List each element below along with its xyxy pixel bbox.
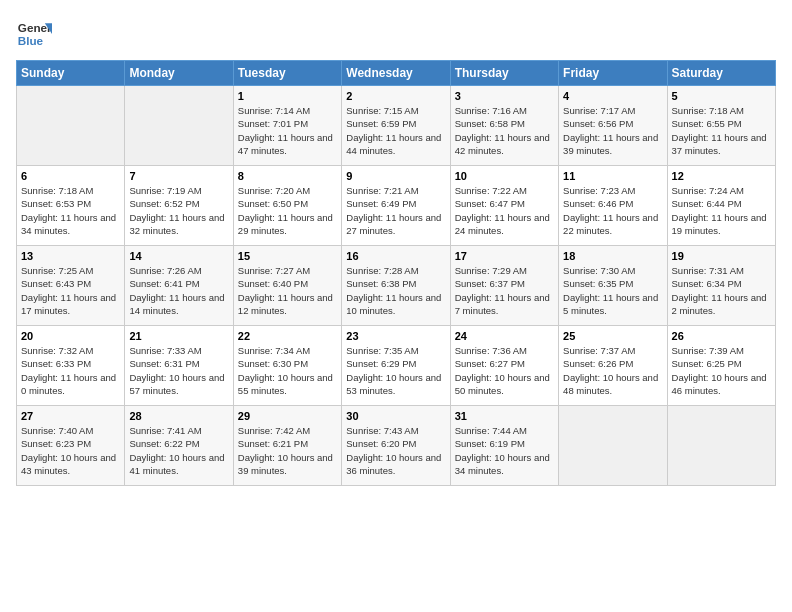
sunset-label: Sunset: 6:20 PM [346,438,416,449]
day-number: 12 [672,170,771,182]
calendar-cell: 12 Sunrise: 7:24 AM Sunset: 6:44 PM Dayl… [667,166,775,246]
calendar-cell: 3 Sunrise: 7:16 AM Sunset: 6:58 PM Dayli… [450,86,558,166]
day-info: Sunrise: 7:25 AM Sunset: 6:43 PM Dayligh… [21,264,120,317]
sunrise-label: Sunrise: 7:18 AM [21,185,93,196]
daylight-label: Daylight: 11 hours and 0 minutes. [21,372,116,396]
sunset-label: Sunset: 6:37 PM [455,278,525,289]
day-info: Sunrise: 7:33 AM Sunset: 6:31 PM Dayligh… [129,344,228,397]
calendar-cell: 4 Sunrise: 7:17 AM Sunset: 6:56 PM Dayli… [559,86,667,166]
sunrise-label: Sunrise: 7:21 AM [346,185,418,196]
svg-text:General: General [18,21,52,34]
daylight-label: Daylight: 11 hours and 22 minutes. [563,212,658,236]
sunset-label: Sunset: 6:49 PM [346,198,416,209]
day-number: 2 [346,90,445,102]
sunrise-label: Sunrise: 7:31 AM [672,265,744,276]
day-number: 29 [238,410,337,422]
daylight-label: Daylight: 11 hours and 37 minutes. [672,132,767,156]
day-number: 18 [563,250,662,262]
day-number: 22 [238,330,337,342]
day-number: 16 [346,250,445,262]
calendar-cell: 26 Sunrise: 7:39 AM Sunset: 6:25 PM Dayl… [667,326,775,406]
day-info: Sunrise: 7:35 AM Sunset: 6:29 PM Dayligh… [346,344,445,397]
sunset-label: Sunset: 6:50 PM [238,198,308,209]
daylight-label: Daylight: 10 hours and 39 minutes. [238,452,333,476]
calendar-cell: 10 Sunrise: 7:22 AM Sunset: 6:47 PM Dayl… [450,166,558,246]
sunset-label: Sunset: 6:31 PM [129,358,199,369]
sunrise-label: Sunrise: 7:37 AM [563,345,635,356]
sunset-label: Sunset: 6:25 PM [672,358,742,369]
sunrise-label: Sunrise: 7:22 AM [455,185,527,196]
sunset-label: Sunset: 6:35 PM [563,278,633,289]
day-info: Sunrise: 7:28 AM Sunset: 6:38 PM Dayligh… [346,264,445,317]
calendar-cell: 18 Sunrise: 7:30 AM Sunset: 6:35 PM Dayl… [559,246,667,326]
day-number: 26 [672,330,771,342]
sunrise-label: Sunrise: 7:35 AM [346,345,418,356]
day-header-tuesday: Tuesday [233,61,341,86]
day-info: Sunrise: 7:42 AM Sunset: 6:21 PM Dayligh… [238,424,337,477]
week-row-5: 27 Sunrise: 7:40 AM Sunset: 6:23 PM Dayl… [17,406,776,486]
week-row-2: 6 Sunrise: 7:18 AM Sunset: 6:53 PM Dayli… [17,166,776,246]
day-info: Sunrise: 7:18 AM Sunset: 6:55 PM Dayligh… [672,104,771,157]
day-number: 15 [238,250,337,262]
sunset-label: Sunset: 6:44 PM [672,198,742,209]
day-header-saturday: Saturday [667,61,775,86]
week-row-1: 1 Sunrise: 7:14 AM Sunset: 7:01 PM Dayli… [17,86,776,166]
calendar-cell: 1 Sunrise: 7:14 AM Sunset: 7:01 PM Dayli… [233,86,341,166]
sunrise-label: Sunrise: 7:20 AM [238,185,310,196]
day-info: Sunrise: 7:40 AM Sunset: 6:23 PM Dayligh… [21,424,120,477]
sunset-label: Sunset: 6:21 PM [238,438,308,449]
sunset-label: Sunset: 6:47 PM [455,198,525,209]
week-row-3: 13 Sunrise: 7:25 AM Sunset: 6:43 PM Dayl… [17,246,776,326]
day-info: Sunrise: 7:21 AM Sunset: 6:49 PM Dayligh… [346,184,445,237]
sunset-label: Sunset: 6:58 PM [455,118,525,129]
calendar-cell: 17 Sunrise: 7:29 AM Sunset: 6:37 PM Dayl… [450,246,558,326]
sunset-label: Sunset: 6:26 PM [563,358,633,369]
daylight-label: Daylight: 11 hours and 29 minutes. [238,212,333,236]
calendar-cell: 31 Sunrise: 7:44 AM Sunset: 6:19 PM Dayl… [450,406,558,486]
day-header-monday: Monday [125,61,233,86]
calendar-cell: 9 Sunrise: 7:21 AM Sunset: 6:49 PM Dayli… [342,166,450,246]
daylight-label: Daylight: 11 hours and 44 minutes. [346,132,441,156]
calendar-cell: 11 Sunrise: 7:23 AM Sunset: 6:46 PM Dayl… [559,166,667,246]
calendar-cell: 22 Sunrise: 7:34 AM Sunset: 6:30 PM Dayl… [233,326,341,406]
daylight-label: Daylight: 11 hours and 47 minutes. [238,132,333,156]
calendar-cell: 23 Sunrise: 7:35 AM Sunset: 6:29 PM Dayl… [342,326,450,406]
sunset-label: Sunset: 6:59 PM [346,118,416,129]
day-number: 28 [129,410,228,422]
daylight-label: Daylight: 11 hours and 17 minutes. [21,292,116,316]
day-number: 17 [455,250,554,262]
sunrise-label: Sunrise: 7:41 AM [129,425,201,436]
daylight-label: Daylight: 11 hours and 12 minutes. [238,292,333,316]
daylight-label: Daylight: 11 hours and 19 minutes. [672,212,767,236]
day-info: Sunrise: 7:18 AM Sunset: 6:53 PM Dayligh… [21,184,120,237]
calendar-cell: 28 Sunrise: 7:41 AM Sunset: 6:22 PM Dayl… [125,406,233,486]
sunrise-label: Sunrise: 7:44 AM [455,425,527,436]
sunset-label: Sunset: 6:23 PM [21,438,91,449]
sunset-label: Sunset: 6:53 PM [21,198,91,209]
sunset-label: Sunset: 7:01 PM [238,118,308,129]
daylight-label: Daylight: 10 hours and 50 minutes. [455,372,550,396]
daylight-label: Daylight: 10 hours and 53 minutes. [346,372,441,396]
daylight-label: Daylight: 11 hours and 27 minutes. [346,212,441,236]
calendar-cell: 30 Sunrise: 7:43 AM Sunset: 6:20 PM Dayl… [342,406,450,486]
day-number: 24 [455,330,554,342]
calendar-cell: 2 Sunrise: 7:15 AM Sunset: 6:59 PM Dayli… [342,86,450,166]
sunrise-label: Sunrise: 7:42 AM [238,425,310,436]
calendar-cell: 15 Sunrise: 7:27 AM Sunset: 6:40 PM Dayl… [233,246,341,326]
calendar-cell: 8 Sunrise: 7:20 AM Sunset: 6:50 PM Dayli… [233,166,341,246]
day-info: Sunrise: 7:17 AM Sunset: 6:56 PM Dayligh… [563,104,662,157]
calendar-cell: 29 Sunrise: 7:42 AM Sunset: 6:21 PM Dayl… [233,406,341,486]
sunset-label: Sunset: 6:41 PM [129,278,199,289]
calendar-cell [667,406,775,486]
daylight-label: Daylight: 11 hours and 34 minutes. [21,212,116,236]
sunrise-label: Sunrise: 7:26 AM [129,265,201,276]
day-info: Sunrise: 7:39 AM Sunset: 6:25 PM Dayligh… [672,344,771,397]
calendar-cell: 19 Sunrise: 7:31 AM Sunset: 6:34 PM Dayl… [667,246,775,326]
sunrise-label: Sunrise: 7:29 AM [455,265,527,276]
daylight-label: Daylight: 11 hours and 2 minutes. [672,292,767,316]
day-number: 10 [455,170,554,182]
sunrise-label: Sunrise: 7:36 AM [455,345,527,356]
day-info: Sunrise: 7:27 AM Sunset: 6:40 PM Dayligh… [238,264,337,317]
calendar-table: SundayMondayTuesdayWednesdayThursdayFrid… [16,60,776,486]
sunset-label: Sunset: 6:56 PM [563,118,633,129]
